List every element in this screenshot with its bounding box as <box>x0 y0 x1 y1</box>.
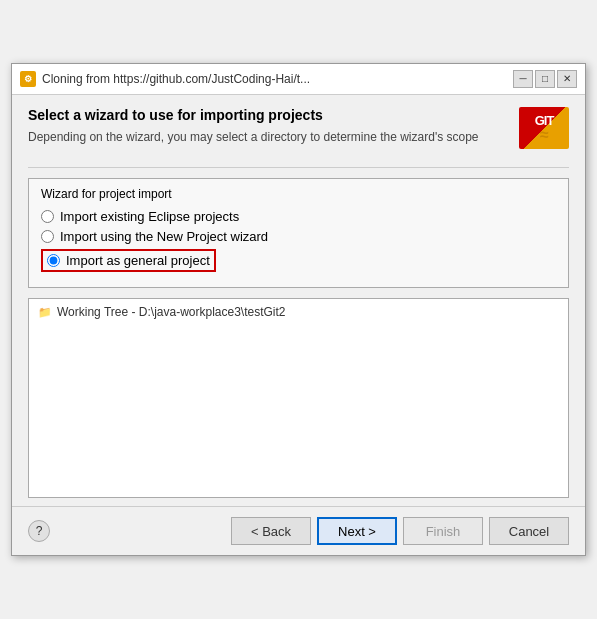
git-badge-icon: ≈ <box>519 126 569 144</box>
title-bar-left: ⚙ Cloning from https://github.com/JustCo… <box>20 71 310 87</box>
cancel-button[interactable]: Cancel <box>489 517 569 545</box>
content-area: Select a wizard to use for importing pro… <box>12 95 585 507</box>
close-button[interactable]: ✕ <box>557 70 577 88</box>
selected-radio-box: Import as general project <box>41 249 216 272</box>
radio-new-project[interactable] <box>41 230 54 243</box>
finish-button[interactable]: Finish <box>403 517 483 545</box>
next-button[interactable]: Next > <box>317 517 397 545</box>
main-window: ⚙ Cloning from https://github.com/JustCo… <box>11 63 586 557</box>
help-button[interactable]: ? <box>28 520 50 542</box>
page-subtitle: Depending on the wizard, you may select … <box>28 129 519 146</box>
window-icon: ⚙ <box>20 71 36 87</box>
folder-icon: 📁 <box>37 305 53 319</box>
radio-general-label[interactable]: Import as general project <box>66 253 210 268</box>
tree-panel: 📁 Working Tree - D:\java-workplace3\test… <box>28 298 569 498</box>
header-text: Select a wizard to use for importing pro… <box>28 107 519 158</box>
radio-new-project-label[interactable]: Import using the New Project wizard <box>60 229 268 244</box>
window-title: Cloning from https://github.com/JustCodi… <box>42 72 310 86</box>
bottom-bar: ? < Back Next > Finish Cancel <box>12 506 585 555</box>
page-title: Select a wizard to use for importing pro… <box>28 107 519 123</box>
back-button[interactable]: < Back <box>231 517 311 545</box>
radio-existing-label[interactable]: Import existing Eclipse projects <box>60 209 239 224</box>
tree-item-label: Working Tree - D:\java-workplace3\testGi… <box>57 305 286 319</box>
radio-general[interactable] <box>47 254 60 267</box>
group-label: Wizard for project import <box>41 187 556 201</box>
section-divider <box>28 167 569 168</box>
minimize-button[interactable]: ─ <box>513 70 533 88</box>
title-bar: ⚙ Cloning from https://github.com/JustCo… <box>12 64 585 95</box>
header-area: Select a wizard to use for importing pro… <box>28 107 569 158</box>
maximize-button[interactable]: □ <box>535 70 555 88</box>
git-badge: GIT ≈ <box>519 107 569 149</box>
radio-existing[interactable] <box>41 210 54 223</box>
button-group: < Back Next > Finish Cancel <box>231 517 569 545</box>
tree-item[interactable]: 📁 Working Tree - D:\java-workplace3\test… <box>33 303 564 321</box>
radio-item-1[interactable]: Import existing Eclipse projects <box>41 209 556 224</box>
radio-item-3[interactable]: Import as general project <box>41 249 556 272</box>
wizard-group-box: Wizard for project import Import existin… <box>28 178 569 288</box>
radio-item-2[interactable]: Import using the New Project wizard <box>41 229 556 244</box>
title-bar-controls: ─ □ ✕ <box>513 70 577 88</box>
